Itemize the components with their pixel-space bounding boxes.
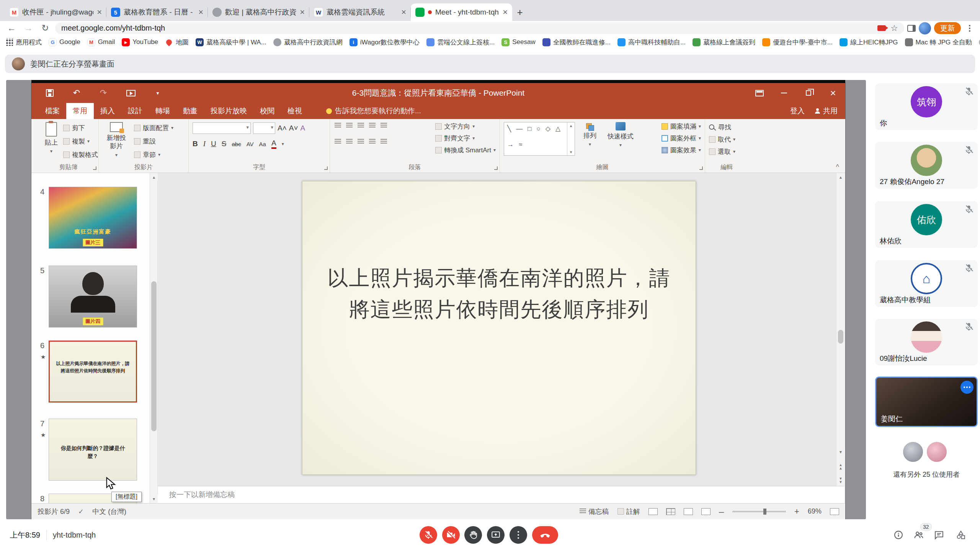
mic-toggle-button[interactable]: [420, 526, 437, 544]
slide-body-text[interactable]: 以上照片揭示華僑在南洋的照片，請 將這些照片依時間先後順序排列: [302, 262, 696, 325]
shape-arrow-icon[interactable]: →: [507, 141, 514, 153]
camera-toggle-button[interactable]: [442, 526, 460, 544]
comments-toggle[interactable]: 註解: [617, 507, 640, 516]
scrollbar-thumb[interactable]: [151, 281, 157, 431]
align-right-icon[interactable]: [358, 139, 364, 145]
font-size-combobox[interactable]: [253, 122, 275, 134]
paste-button[interactable]: 貼上 ▾: [41, 122, 62, 154]
shape-oval-icon[interactable]: ○: [537, 126, 541, 137]
slideshow-view-button[interactable]: [701, 508, 710, 515]
camera-in-use-icon[interactable]: [877, 25, 886, 31]
editor-scrollbar[interactable]: ▴ ▾ ▴▴ ▾▾: [836, 173, 844, 486]
more-participants-tile[interactable]: 還有另外 25 位使用者: [875, 436, 978, 483]
line-spacing-icon[interactable]: [381, 123, 387, 129]
thumbnail-scrollbar[interactable]: ▴ ▾: [150, 173, 158, 503]
shape-curve-icon[interactable]: ≈: [519, 141, 522, 153]
back-button[interactable]: ←: [5, 22, 18, 35]
grow-font-button[interactable]: A˄: [278, 124, 287, 132]
font-color-button[interactable]: A: [271, 139, 276, 149]
minimize-button[interactable]: [772, 83, 796, 103]
browser-tab-calendar[interactable]: 5 葳格教育體系 - 日曆 - 2022年5月 ×: [106, 3, 208, 21]
language-indicator[interactable]: 中文 (台灣): [92, 507, 126, 516]
bookmark-youtube[interactable]: ▶YouTube: [122, 38, 158, 46]
arrange-button[interactable]: 排列 ▾: [579, 122, 601, 147]
next-slide-button[interactable]: ▾▾: [836, 477, 845, 484]
bookmark-apps[interactable]: 應用程式: [5, 38, 42, 47]
slide-thumbnail-6-selected[interactable]: 以上照片揭示華僑在南洋的照片，請將這些照片依時間先後順序排列: [49, 341, 137, 403]
forward-button[interactable]: →: [21, 22, 35, 35]
text-direction-button[interactable]: 文字方向▾: [435, 121, 475, 131]
reload-button[interactable]: ↻: [38, 22, 52, 35]
italic-button[interactable]: I: [203, 140, 206, 148]
slide-sorter-view-button[interactable]: [666, 508, 675, 515]
spellcheck-icon[interactable]: ✓: [78, 507, 84, 516]
participant-video-tile-presenter[interactable]: 姜閔仁: [875, 377, 978, 427]
scroll-up-icon[interactable]: ▴: [150, 173, 158, 181]
shapes-gallery[interactable]: ╲ — □ ○ ◇ △ → ≈ ▴▾: [504, 122, 575, 156]
browser-tab-cloud-system[interactable]: W 葳格雲端資訊系統 ×: [309, 3, 411, 21]
restore-button[interactable]: [796, 83, 821, 103]
align-center-icon[interactable]: [346, 139, 353, 145]
justify-icon[interactable]: [369, 139, 376, 145]
bookmark-star-icon[interactable]: ☆: [890, 23, 898, 33]
shape-triangle-icon[interactable]: △: [555, 126, 560, 137]
tell-me-box[interactable]: 告訴我您想要執行的動作...: [326, 106, 421, 116]
participant-tile[interactable]: 09謝怡汝Lucie: [875, 319, 978, 365]
layout-button[interactable]: 版面配置▾: [134, 123, 173, 133]
tile-options-icon[interactable]: [960, 381, 973, 394]
bookmark-iwagor[interactable]: iiWagor數位教學中心: [350, 38, 420, 47]
quick-styles-button[interactable]: 快速樣式 ▾: [604, 122, 637, 148]
browser-tab-meet-active[interactable]: Meet - yht-tdbm-tqh ×: [411, 3, 512, 21]
scrollbar-thumb[interactable]: [838, 330, 843, 344]
browser-tab-gmail[interactable]: M 收件匣 - jhuling@wagor.tc.edu ×: [5, 3, 106, 21]
zoom-slider-thumb[interactable]: [763, 509, 766, 515]
tab-slideshow[interactable]: 投影片放映: [204, 103, 253, 119]
shape-diamond-icon[interactable]: ◇: [546, 126, 550, 137]
address-bar[interactable]: meet.google.com/yht-tdbm-tqh ☆: [55, 22, 904, 34]
reset-button[interactable]: 重設: [134, 136, 173, 146]
meeting-details-icon[interactable]: [893, 530, 904, 540]
chat-icon[interactable]: [934, 530, 944, 540]
tab-close-icon[interactable]: ×: [503, 7, 508, 17]
zoom-out-button[interactable]: –: [719, 506, 724, 517]
participant-tile[interactable]: 筑翎 你: [875, 83, 978, 130]
bookmark-taichung-learn[interactable]: 優遊台中學-臺中市...: [762, 38, 833, 47]
bookmark-google[interactable]: GGoogle: [49, 38, 80, 46]
shape-fill-button[interactable]: 圖案填滿▾: [662, 121, 701, 131]
zoom-slider[interactable]: [732, 511, 786, 512]
underline-button[interactable]: U: [211, 140, 216, 148]
select-button[interactable]: 選取▾: [709, 147, 735, 156]
slide-thumbnail-7[interactable]: 你是如何判斷的？證據是什麼？: [49, 419, 137, 481]
slide-thumbnail-5[interactable]: 圖片四: [49, 266, 137, 328]
shape-line-icon[interactable]: ╲: [507, 126, 511, 137]
columns-icon[interactable]: [381, 139, 387, 145]
more-options-button[interactable]: [510, 526, 527, 544]
side-panel-icon[interactable]: [907, 25, 916, 32]
leave-call-button[interactable]: [532, 526, 558, 544]
tab-file[interactable]: 檔案: [39, 103, 66, 119]
tab-close-icon[interactable]: ×: [401, 7, 406, 17]
dialog-launcher-icon[interactable]: [494, 166, 498, 170]
participant-tile[interactable]: 佑欣 林佑欣: [875, 201, 978, 248]
slide-thumbnail-4[interactable]: 瘋狂亞洲富豪 圖片三: [49, 187, 137, 249]
reading-view-button[interactable]: [684, 508, 693, 515]
strikethrough-button[interactable]: S: [222, 140, 227, 148]
tab-insert[interactable]: 插入: [94, 103, 121, 119]
bookmark-mac-jpg[interactable]: Mac 轉 JPG 全自動: [905, 38, 972, 47]
align-left-icon[interactable]: [335, 139, 341, 145]
change-case-button[interactable]: Aa: [259, 141, 266, 147]
dialog-launcher-icon[interactable]: [699, 166, 703, 170]
fit-to-window-button[interactable]: [830, 508, 839, 515]
font-name-combobox[interactable]: [193, 122, 251, 134]
smartart-button[interactable]: 轉換成 SmartArt▾: [435, 145, 496, 155]
increase-indent-icon[interactable]: [369, 123, 376, 129]
shape-effects-button[interactable]: 圖案效果▾: [662, 145, 701, 155]
new-tab-button[interactable]: +: [512, 5, 528, 20]
tab-close-icon[interactable]: ×: [300, 7, 305, 17]
close-button[interactable]: ×: [821, 83, 845, 103]
activities-icon[interactable]: [956, 530, 966, 540]
character-spacing-button[interactable]: AV: [247, 141, 254, 147]
scroll-down-icon[interactable]: ▾: [150, 495, 158, 503]
participant-tile[interactable]: 27 賴俊佑Angelo 27: [875, 142, 978, 189]
present-button[interactable]: [487, 526, 505, 544]
